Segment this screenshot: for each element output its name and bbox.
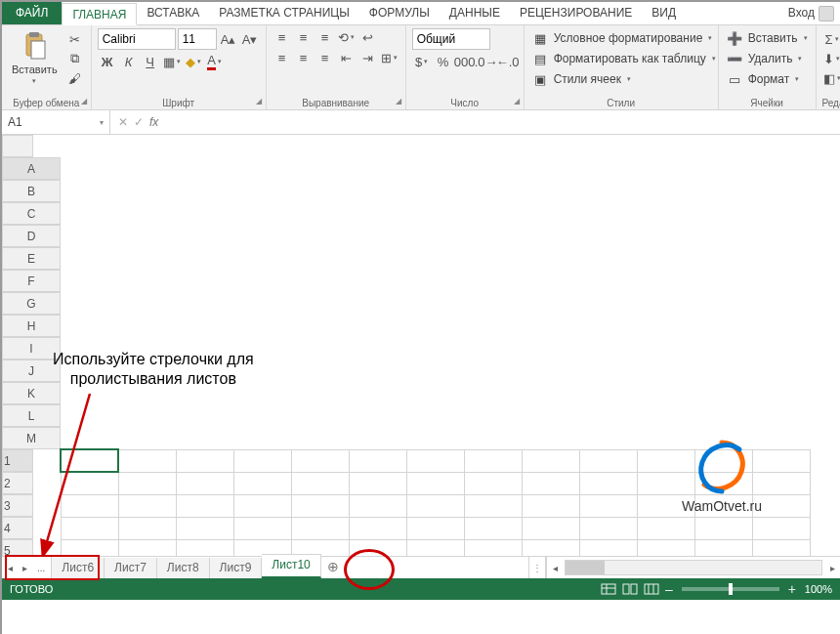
merge-button[interactable]: ⊞ xyxy=(380,49,399,66)
cell[interactable] xyxy=(464,472,522,494)
increase-decimal-button[interactable]: .0→ xyxy=(477,53,496,70)
cell[interactable] xyxy=(464,494,522,517)
align-right-button[interactable]: ≡ xyxy=(315,49,335,66)
align-middle-button[interactable]: ≡ xyxy=(294,28,314,46)
cell[interactable] xyxy=(752,539,810,556)
sheet-tab[interactable]: Лист7 xyxy=(105,558,157,578)
decrease-font-button[interactable]: A▾ xyxy=(240,30,260,48)
sheet-scroll-more-button[interactable]: ... xyxy=(35,563,47,573)
delete-cells-button[interactable]: ➖Удалить▾ xyxy=(725,49,805,68)
decrease-indent-button[interactable]: ⇤ xyxy=(337,49,357,66)
zoom-slider[interactable] xyxy=(682,587,779,591)
border-button[interactable]: ▦ xyxy=(162,53,182,70)
enter-formula-icon[interactable]: ✓ xyxy=(134,115,144,129)
row-header[interactable]: 3 xyxy=(2,494,33,517)
cell[interactable] xyxy=(579,517,637,539)
column-header[interactable]: A xyxy=(2,157,61,180)
cell[interactable] xyxy=(61,449,118,472)
cell[interactable] xyxy=(522,472,579,494)
tab-home[interactable]: ГЛАВНАЯ xyxy=(62,3,137,25)
cell[interactable] xyxy=(61,472,118,494)
cancel-formula-icon[interactable]: ✕ xyxy=(118,115,128,129)
cell[interactable] xyxy=(118,472,176,494)
column-header[interactable]: B xyxy=(2,180,61,202)
accounting-format-button[interactable]: $ xyxy=(412,53,432,70)
column-header[interactable]: L xyxy=(2,404,61,427)
cell[interactable] xyxy=(61,517,118,539)
cell[interactable] xyxy=(522,517,579,539)
cell[interactable] xyxy=(349,539,406,556)
cell[interactable] xyxy=(637,517,694,539)
cell[interactable] xyxy=(406,472,464,494)
cell[interactable] xyxy=(637,539,694,556)
align-bottom-button[interactable]: ≡ xyxy=(315,28,335,46)
cell[interactable] xyxy=(118,494,176,517)
wrap-text-button[interactable]: ↩ xyxy=(358,28,378,46)
name-box[interactable]: A1▾ xyxy=(2,110,110,134)
cell[interactable] xyxy=(579,539,637,556)
cell[interactable] xyxy=(579,472,637,494)
format-cells-button[interactable]: ▭Формат▾ xyxy=(725,69,802,89)
column-header[interactable]: E xyxy=(2,247,61,270)
decrease-decimal-button[interactable]: ←.0 xyxy=(498,53,518,70)
row-header[interactable]: 4 xyxy=(2,517,33,539)
font-color-button[interactable]: A xyxy=(205,53,225,70)
cell[interactable] xyxy=(176,494,233,517)
view-page-layout-button[interactable] xyxy=(622,583,638,595)
fill-button[interactable]: ⬇ xyxy=(822,50,840,67)
tab-insert[interactable]: ВСТАВКА xyxy=(137,2,209,24)
column-header[interactable]: H xyxy=(2,315,61,337)
cut-button[interactable]: ✂ xyxy=(65,30,85,48)
cell[interactable] xyxy=(61,539,118,556)
column-header[interactable]: M xyxy=(2,427,61,449)
cell[interactable] xyxy=(176,517,233,539)
cell[interactable] xyxy=(61,494,118,517)
tab-data[interactable]: ДАННЫЕ xyxy=(440,2,510,24)
cell[interactable] xyxy=(349,472,406,494)
cell[interactable] xyxy=(291,494,349,517)
cell[interactable] xyxy=(406,449,464,472)
sheet-tab[interactable]: Лист6 xyxy=(52,558,105,578)
cell[interactable] xyxy=(406,494,464,517)
column-header[interactable]: G xyxy=(2,292,61,315)
sheet-scroll-left-button[interactable]: ◂ xyxy=(6,563,15,573)
tab-review[interactable]: РЕЦЕНЗИРОВАНИЕ xyxy=(510,2,642,24)
cell[interactable] xyxy=(522,494,579,517)
tab-file[interactable]: ФАЙЛ xyxy=(2,2,62,24)
cell[interactable] xyxy=(579,494,637,517)
increase-indent-button[interactable]: ⇥ xyxy=(358,49,378,66)
column-header[interactable]: C xyxy=(2,202,61,225)
column-header[interactable]: D xyxy=(2,225,61,247)
bold-button[interactable]: Ж xyxy=(98,53,117,70)
tab-view[interactable]: ВИД xyxy=(642,2,686,24)
cell[interactable] xyxy=(233,472,291,494)
zoom-out-button[interactable]: – xyxy=(665,581,673,597)
sign-in[interactable]: Вход xyxy=(782,2,840,24)
cell[interactable] xyxy=(406,517,464,539)
tab-layout[interactable]: РАЗМЕТКА СТРАНИЦЫ xyxy=(209,2,359,24)
cell[interactable] xyxy=(522,449,579,472)
new-sheet-button[interactable]: ⊕ xyxy=(321,557,345,578)
zoom-in-button[interactable]: + xyxy=(788,581,796,597)
cell[interactable] xyxy=(233,494,291,517)
cell[interactable] xyxy=(464,449,522,472)
view-page-break-button[interactable] xyxy=(644,583,659,595)
cell[interactable] xyxy=(291,517,349,539)
row-header[interactable]: 5 xyxy=(2,539,33,556)
column-header[interactable]: I xyxy=(2,337,61,359)
underline-button[interactable]: Ч xyxy=(141,53,160,70)
worksheet-grid[interactable]: ABCDEFGHIJKLM123456789101112131415161718… xyxy=(2,135,840,556)
cell[interactable] xyxy=(118,517,176,539)
cell[interactable] xyxy=(694,517,752,539)
cell-styles-button[interactable]: ▣Стили ячеек▾ xyxy=(530,69,633,89)
cell[interactable] xyxy=(233,449,291,472)
font-size-select[interactable] xyxy=(178,28,217,50)
cell[interactable] xyxy=(349,449,406,472)
cell[interactable] xyxy=(176,539,233,556)
fill-color-button[interactable]: ◆ xyxy=(184,53,203,70)
format-as-table-button[interactable]: ▤Форматировать как таблицу▾ xyxy=(530,49,718,68)
cell[interactable] xyxy=(752,517,810,539)
align-center-button[interactable]: ≡ xyxy=(294,49,314,66)
row-header[interactable]: 2 xyxy=(2,472,33,494)
paste-button[interactable]: Вставить ▾ xyxy=(8,28,62,87)
